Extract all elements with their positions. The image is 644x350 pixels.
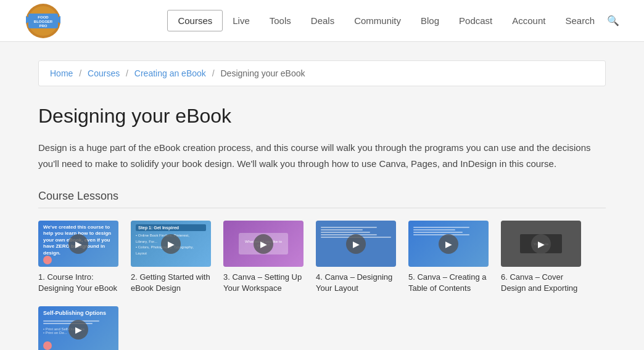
play-icon-7: ▶ [68, 320, 88, 340]
nav-search[interactable]: Search [555, 10, 605, 31]
play-icon-3: ▶ [254, 234, 273, 254]
nav-courses[interactable]: Courses [167, 10, 223, 31]
header: FOOD BLOGGER PRO Courses Live Tools Deal… [0, 0, 644, 42]
svg-text:BLOGGER: BLOGGER [34, 20, 53, 23]
svg-text:PRO: PRO [39, 24, 47, 28]
nav-tools[interactable]: Tools [260, 10, 301, 31]
lesson-item-1[interactable]: We've created this course to help you le… [38, 221, 118, 294]
lesson-item-7[interactable]: Self-Publishing Options • Print and Self… [38, 306, 118, 350]
lesson-label-5: 5. Canva – Creating a Table of Contents [408, 272, 489, 294]
lesson-label-4: 4. Canva – Designing Your Layout [316, 272, 396, 294]
lesson-thumb-5: ▶ [408, 221, 489, 267]
lesson-label-3: 3. Canva – Setting Up Your Workspace [223, 272, 303, 294]
lesson-label-1: 1. Course Intro: Designing Your eBook [38, 272, 118, 294]
lessons-grid: We've created this course to help you le… [38, 221, 606, 350]
search-icon[interactable]: 🔍 [607, 15, 619, 26]
nav-deals[interactable]: Deals [301, 10, 344, 31]
logo-svg: FOOD BLOGGER PRO [25, 2, 62, 39]
play-icon-1: ▶ [68, 234, 88, 254]
svg-text:FOOD: FOOD [38, 15, 49, 19]
lesson-thumb-1: We've created this course to help you le… [38, 221, 118, 267]
section-title: Course Lessons [38, 190, 606, 208]
lesson-label-6: 6. Canva – Cover Design and Exporting [501, 272, 581, 294]
lesson-item-2[interactable]: Step 1: Get Inspired • Online Book Finde… [131, 221, 211, 294]
breadcrumb-sep-2: / [126, 68, 128, 78]
page-title: Designing your eBook [38, 105, 606, 128]
play-icon-2: ▶ [161, 234, 181, 254]
lesson-thumb-7: Self-Publishing Options • Print and Self… [38, 306, 118, 350]
nav-live[interactable]: Live [223, 10, 260, 31]
lesson-item-3[interactable]: What would you like to create? ▶ 3. Canv… [223, 221, 303, 294]
lesson-item-4[interactable]: ▶ 4. Canva – Designing Your Layout [316, 221, 396, 294]
lesson-thumb-3: What would you like to create? ▶ [223, 221, 303, 267]
breadcrumb-current: Designing your eBook [220, 68, 305, 78]
breadcrumb-home[interactable]: Home [50, 68, 73, 78]
breadcrumb-sep-1: / [79, 68, 81, 78]
breadcrumb-courses[interactable]: Courses [88, 68, 120, 78]
breadcrumb-parent[interactable]: Creating an eBook [134, 68, 206, 78]
nav-community[interactable]: Community [344, 10, 411, 31]
lesson-item-6[interactable]: You Note ▶ 6. Canva – Cover Design and E… [501, 221, 581, 294]
play-icon-5: ▶ [439, 234, 458, 254]
lesson-thumb-2: Step 1: Get Inspired • Online Book Finde… [131, 221, 211, 267]
page-description: Design is a huge part of the eBook creat… [38, 140, 606, 171]
play-icon-4: ▶ [346, 234, 366, 254]
breadcrumb: Home / Courses / Creating an eBook / Des… [38, 60, 606, 86]
lesson-item-5[interactable]: ▶ 5. Canva – Creating a Table of Content… [408, 221, 489, 294]
nav-podcast[interactable]: Podcast [449, 10, 502, 31]
lesson-thumb-6: You Note ▶ [501, 221, 581, 267]
play-icon-6: ▶ [531, 234, 551, 254]
breadcrumb-sep-3: / [212, 68, 215, 78]
main-nav: Courses Live Tools Deals Community Blog … [167, 10, 619, 31]
logo-container[interactable]: FOOD BLOGGER PRO [25, 2, 62, 39]
lesson-label-2: 2. Getting Started with eBook Design [131, 272, 211, 294]
main-content: Home / Courses / Creating an eBook / Des… [26, 42, 618, 350]
lesson-thumb-4: ▶ [316, 221, 396, 267]
nav-blog[interactable]: Blog [411, 10, 449, 31]
nav-account[interactable]: Account [502, 10, 555, 31]
